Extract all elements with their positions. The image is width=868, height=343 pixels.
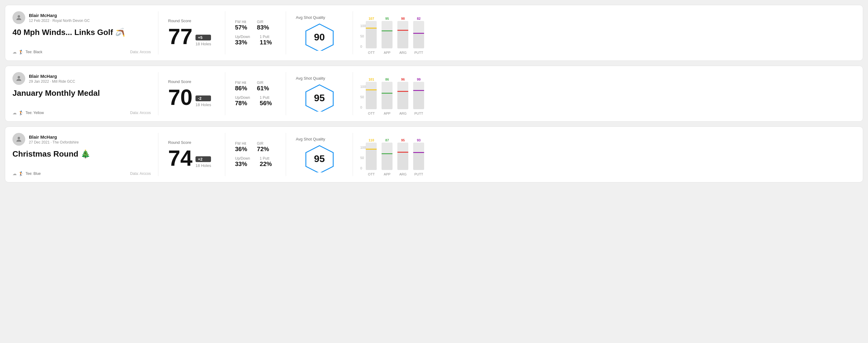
gir-value: 72% bbox=[257, 146, 269, 153]
weather-icon: ☁ bbox=[12, 111, 17, 115]
bar-line-arg bbox=[397, 152, 408, 153]
date-course: 29 Jan 2022 · Mill Ride GCC bbox=[29, 80, 75, 84]
fw-hit-value: 86% bbox=[235, 85, 247, 92]
data-source: Data: Arccos bbox=[130, 111, 151, 115]
bar-putt bbox=[413, 143, 424, 170]
bar-fill-arg bbox=[397, 91, 408, 109]
stats-row-top: FW Hit 86% GIR 61% bbox=[235, 81, 276, 92]
user-header: Blair McHarg 27 Dec 2021 · The Oxfordshi… bbox=[12, 133, 151, 146]
stats-section: FW Hit 86% GIR 61% Up/Down 78% 1 Putt 56… bbox=[225, 72, 286, 115]
score-badge: -2 bbox=[195, 95, 211, 101]
stats-row-top: FW Hit 36% GIR 72% bbox=[235, 142, 276, 153]
bar-line-putt bbox=[413, 152, 424, 153]
bar-group-putt: 82 PUTT bbox=[413, 17, 424, 55]
avatar bbox=[12, 133, 25, 146]
bar-group-ott: 101 OTT bbox=[366, 77, 377, 115]
bar-app bbox=[381, 82, 393, 109]
bar-fill-app bbox=[381, 153, 393, 170]
tee-info: ☁ 🏌 Tee: Yellow bbox=[12, 111, 44, 115]
bar-group-app: 87 APP bbox=[381, 138, 393, 176]
bar-label-ott: OTT bbox=[368, 112, 375, 115]
card-footer: ☁ 🏌 Tee: Yellow Data: Arccos bbox=[12, 111, 151, 115]
user-header: Blair McHarg 29 Jan 2022 · Mill Ride GCC bbox=[12, 72, 151, 85]
putt-label: 1 Putt bbox=[260, 156, 272, 161]
y-axis: 100 50 0 bbox=[360, 24, 366, 55]
bar-value-arg: 98 bbox=[401, 17, 405, 20]
bar-value-ott: 101 bbox=[369, 77, 374, 81]
bar-fill-app bbox=[381, 30, 393, 48]
hexagon-container: 95 bbox=[304, 84, 335, 112]
bar-label-app: APP bbox=[384, 51, 391, 55]
score-row: 77 +5 18 Holes bbox=[168, 26, 215, 48]
updown-value: 33% bbox=[235, 161, 250, 167]
gir-stat: GIR 61% bbox=[257, 81, 269, 92]
bar-label-putt: PUTT bbox=[414, 112, 423, 115]
card-left-section: Blair McHarg 29 Jan 2022 · Mill Ride GCC… bbox=[12, 72, 158, 115]
big-score: 74 bbox=[168, 147, 192, 169]
bar-app bbox=[381, 21, 393, 48]
y-axis: 100 50 0 bbox=[360, 146, 366, 176]
bar-label-arg: ARG bbox=[399, 112, 406, 115]
svg-point-2 bbox=[18, 76, 20, 79]
bar-ott bbox=[366, 21, 377, 48]
round-card-1: Blair McHarg 12 Feb 2022 · Royal North D… bbox=[5, 5, 863, 61]
user-info: Blair McHarg 12 Feb 2022 · Royal North D… bbox=[29, 13, 90, 23]
bar-arg bbox=[397, 143, 408, 170]
stats-row-bottom: Up/Down 33% 1 Putt 22% bbox=[235, 156, 276, 167]
updown-label: Up/Down bbox=[235, 156, 250, 161]
y-axis: 100 50 0 bbox=[360, 85, 366, 115]
putt-value: 22% bbox=[260, 161, 272, 167]
bar-fill-arg bbox=[397, 30, 408, 48]
big-score: 70 bbox=[168, 86, 192, 108]
score-row: 70 -2 18 Holes bbox=[168, 86, 215, 108]
person-icon bbox=[15, 136, 23, 143]
fw-hit-label: FW Hit bbox=[235, 81, 247, 85]
score-section: Round Score 77 +5 18 Holes bbox=[158, 11, 225, 55]
score-section: Round Score 74 +2 18 Holes bbox=[158, 133, 225, 176]
y-0: 0 bbox=[360, 45, 366, 48]
stats-section: FW Hit 57% GIR 83% Up/Down 33% 1 Putt 11… bbox=[225, 11, 286, 55]
big-score: 77 bbox=[168, 26, 192, 48]
bar-group-app: 86 APP bbox=[381, 77, 393, 115]
chart-section: 100 50 0 110 OTT bbox=[353, 133, 856, 176]
fw-hit-value: 36% bbox=[235, 146, 247, 153]
score-label: Round Score bbox=[168, 19, 215, 23]
bar-value-app: 87 bbox=[385, 138, 389, 142]
bar-ott bbox=[366, 143, 377, 170]
bar-fill-ott bbox=[366, 89, 377, 109]
y-50: 50 bbox=[360, 95, 366, 99]
user-info: Blair McHarg 29 Jan 2022 · Mill Ride GCC bbox=[29, 73, 75, 84]
bars-container: 107 OTT 95 bbox=[366, 11, 848, 55]
round-title: Christmas Round 🎄 bbox=[12, 149, 151, 159]
y-100: 100 bbox=[360, 24, 366, 28]
updown-value: 78% bbox=[235, 100, 250, 107]
quality-label: Avg Shot Quality bbox=[296, 76, 325, 81]
bar-fill-ott bbox=[366, 28, 377, 48]
bar-line-app bbox=[381, 153, 393, 154]
score-section: Round Score 70 -2 18 Holes bbox=[158, 72, 225, 115]
bar-fill-putt bbox=[413, 152, 424, 170]
bar-value-arg: 96 bbox=[401, 77, 405, 81]
bar-line-arg bbox=[397, 30, 408, 31]
bar-label-app: APP bbox=[384, 112, 391, 115]
gir-value: 83% bbox=[257, 24, 269, 31]
bar-fill-putt bbox=[413, 33, 424, 48]
bar-value-putt: 82 bbox=[417, 17, 421, 20]
tee-info: ☁ 🏌 Tee: Black bbox=[12, 50, 42, 55]
chart-bars: 107 OTT 95 bbox=[366, 11, 848, 55]
person-icon bbox=[15, 14, 23, 21]
chart-inner: 100 50 0 107 OTT bbox=[360, 11, 848, 55]
date-course: 12 Feb 2022 · Royal North Devon GC bbox=[29, 19, 90, 23]
gir-label: GIR bbox=[257, 142, 269, 146]
quality-score: 90 bbox=[314, 31, 325, 42]
bag-icon: 🏌 bbox=[19, 171, 24, 176]
chart-section: 100 50 0 101 OTT bbox=[353, 72, 856, 115]
updown-value: 33% bbox=[235, 39, 250, 46]
putt-stat: 1 Putt 56% bbox=[260, 95, 272, 107]
tee-label: Tee: Blue bbox=[26, 172, 41, 176]
holes-label: 18 Holes bbox=[195, 163, 211, 168]
fw-hit-stat: FW Hit 86% bbox=[235, 81, 247, 92]
card-footer: ☁ 🏌 Tee: Black Data: Arccos bbox=[12, 50, 151, 55]
chart-inner: 100 50 0 110 OTT bbox=[360, 133, 848, 176]
tee-label: Tee: Black bbox=[26, 50, 42, 54]
